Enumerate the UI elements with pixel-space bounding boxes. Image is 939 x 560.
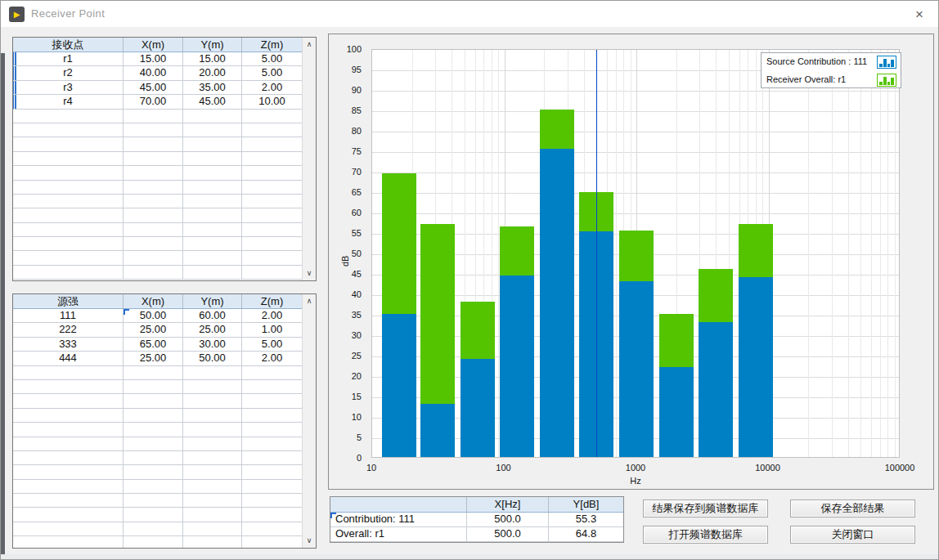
scroll-up-icon[interactable]: ∧ [303, 38, 316, 52]
table-cell[interactable]: 25.00 [183, 323, 242, 336]
table-cell[interactable] [124, 123, 183, 137]
receiver-table-scrollbar[interactable]: ∧ ∨ [302, 38, 316, 280]
table-cell[interactable] [183, 508, 242, 521]
table-cell[interactable] [13, 110, 124, 123]
table-cell[interactable] [242, 195, 302, 208]
table-cell[interactable] [13, 394, 124, 407]
close-window-button[interactable]: 关闭窗口 [790, 526, 915, 544]
table-cell[interactable]: 5.00 [242, 52, 302, 65]
table-cell[interactable] [13, 181, 124, 194]
table-cell[interactable]: 15.00 [124, 52, 183, 65]
table-cell[interactable] [242, 423, 302, 436]
table-cell[interactable] [13, 451, 124, 464]
table-cell[interactable] [124, 394, 183, 407]
table-cell[interactable] [13, 223, 124, 236]
table-cell[interactable] [13, 480, 124, 493]
close-icon[interactable]: × [907, 4, 932, 25]
table-cell[interactable] [183, 437, 242, 450]
table-cell[interactable] [124, 465, 183, 478]
table-cell[interactable] [124, 208, 183, 222]
table-cell[interactable] [124, 494, 183, 507]
table-cell[interactable]: 500.0 [467, 513, 549, 526]
table-cell[interactable] [183, 223, 242, 236]
table-cell[interactable]: 2.00 [242, 81, 302, 94]
table-cell[interactable]: 500.0 [467, 527, 549, 541]
table-cell[interactable]: 444 [13, 352, 124, 365]
table-cell[interactable] [242, 137, 302, 150]
table-cell[interactable] [13, 536, 124, 549]
table-cell[interactable] [183, 137, 242, 150]
save-results-to-spectrum-db-button[interactable]: 结果保存到频谱数据库 [643, 500, 768, 517]
table-cell[interactable]: r4 [13, 95, 124, 108]
table-cell[interactable] [183, 110, 242, 123]
table-cell[interactable] [124, 181, 183, 194]
table-cell[interactable] [183, 152, 242, 165]
table-cell[interactable] [242, 437, 302, 450]
table-cell[interactable] [124, 480, 183, 493]
table-cell[interactable] [242, 266, 302, 279]
table-cell[interactable] [124, 437, 183, 450]
table-cell[interactable] [124, 423, 183, 436]
table-cell[interactable] [13, 166, 124, 179]
table-cell[interactable]: 5.00 [242, 338, 302, 351]
table-cell[interactable] [124, 380, 183, 393]
table-cell[interactable]: 2.00 [242, 352, 302, 365]
table-cell[interactable] [13, 409, 124, 422]
table-cell[interactable] [124, 366, 183, 379]
table-cell[interactable]: 2.00 [242, 309, 302, 322]
table-cell[interactable] [13, 195, 124, 208]
chart-cursor-line[interactable] [596, 50, 597, 457]
scroll-down-icon[interactable]: ∨ [303, 534, 316, 548]
table-cell[interactable] [183, 251, 242, 264]
table-cell[interactable] [124, 508, 183, 521]
scroll-up-icon[interactable]: ∧ [303, 294, 316, 308]
table-cell[interactable] [242, 366, 302, 379]
table-cell[interactable] [183, 166, 242, 179]
table-cell[interactable]: 55.3 [549, 513, 623, 526]
table-cell[interactable] [124, 522, 183, 535]
scroll-down-icon[interactable]: ∨ [303, 267, 316, 280]
table-cell[interactable] [183, 480, 242, 493]
table-cell[interactable]: Overall: r1 [330, 527, 467, 541]
table-cell[interactable] [13, 123, 124, 137]
table-cell[interactable]: 35.00 [183, 81, 242, 94]
table-cell[interactable] [124, 237, 183, 250]
table-cell[interactable]: 111 [13, 309, 124, 322]
table-cell[interactable] [183, 394, 242, 407]
table-cell[interactable] [242, 465, 302, 478]
table-cell[interactable] [183, 465, 242, 478]
table-cell[interactable] [13, 137, 124, 150]
table-cell[interactable] [124, 536, 183, 549]
table-cell[interactable] [242, 251, 302, 264]
table-cell[interactable]: 70.00 [124, 95, 183, 108]
table-cell[interactable] [242, 409, 302, 422]
table-cell[interactable] [242, 152, 302, 165]
table-cell[interactable] [242, 237, 302, 250]
table-cell[interactable] [124, 166, 183, 179]
table-cell[interactable] [242, 380, 302, 393]
table-cell[interactable] [242, 451, 302, 464]
table-cell[interactable] [13, 508, 124, 521]
table-cell[interactable] [242, 394, 302, 407]
table-cell[interactable]: 45.00 [124, 81, 183, 94]
plot-area[interactable] [371, 49, 900, 458]
table-cell[interactable] [124, 451, 183, 464]
plot-style-icon[interactable] [877, 74, 896, 87]
table-cell[interactable] [183, 266, 242, 279]
source-table-scrollbar[interactable]: ∧ ∨ [302, 294, 316, 548]
table-cell[interactable]: r1 [13, 52, 124, 65]
table-cell[interactable] [124, 409, 183, 422]
table-cell[interactable] [242, 508, 302, 521]
table-cell[interactable] [13, 423, 124, 436]
table-cell[interactable] [183, 494, 242, 507]
table-cell[interactable]: 15.00 [183, 52, 242, 65]
table-cell[interactable] [13, 522, 124, 535]
table-cell[interactable]: 50.00 [124, 309, 183, 322]
table-cell[interactable]: 10.00 [242, 95, 302, 108]
table-cell[interactable] [183, 181, 242, 194]
table-cell[interactable] [242, 480, 302, 493]
table-cell[interactable] [183, 380, 242, 393]
table-cell[interactable] [124, 251, 183, 264]
table-cell[interactable] [124, 137, 183, 150]
table-cell[interactable]: r2 [13, 66, 124, 79]
